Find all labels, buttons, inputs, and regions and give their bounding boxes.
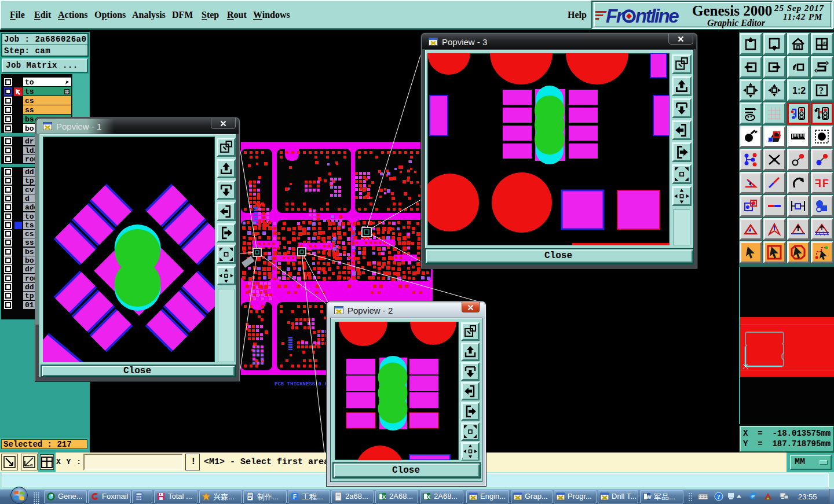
svg-text:F: F	[293, 494, 297, 500]
svg-text:xy: xy	[823, 41, 828, 45]
svg-text:ntline: ntline	[635, 5, 679, 27]
svg-text:X: X	[427, 494, 430, 500]
svg-text:Fr: Fr	[606, 5, 625, 27]
svg-text:PCB THICKNESS:0.6MM: PCB THICKNESS:0.6MM	[275, 381, 334, 387]
svg-text:F: F	[822, 178, 829, 189]
svg-text:X: X	[382, 494, 386, 500]
svg-text:?: ?	[717, 493, 720, 500]
svg-text:α: α	[30, 463, 33, 467]
svg-text:F: F	[815, 178, 821, 189]
svg-text:?: ?	[819, 86, 824, 95]
svg-text:1:2: 1:2	[792, 86, 806, 95]
svg-text:W: W	[646, 494, 652, 500]
